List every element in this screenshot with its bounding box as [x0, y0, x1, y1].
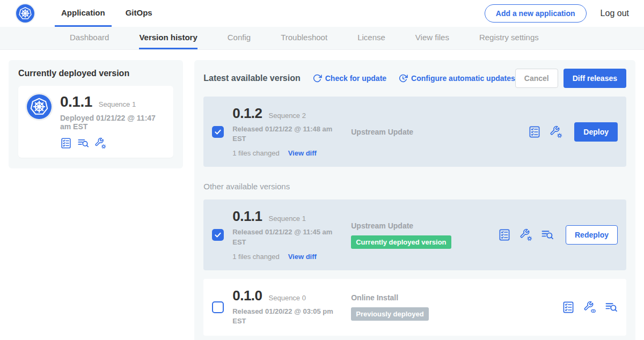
deployed-version-card: 0.1.1 Sequence 1 Deployed 01/21/22 @ 11:… [18, 86, 173, 158]
tab-view-files[interactable]: View files [415, 27, 449, 49]
wrench-gear-icon[interactable] [550, 125, 562, 138]
checkmark-icon [214, 128, 222, 136]
view-diff-link[interactable]: View diff [288, 149, 317, 157]
clock-refresh-icon [398, 73, 408, 83]
checklist-icon[interactable] [498, 228, 511, 241]
wrench-gear-icon[interactable] [94, 137, 106, 149]
available-versions-header: Latest available version Check for updat… [203, 69, 626, 88]
tab-version-history[interactable]: Version history [139, 27, 197, 49]
redeploy-button[interactable]: Redeploy [566, 225, 618, 245]
version-number: 0.1.1 [232, 209, 262, 223]
previously-deployed-badge: Previously deployed [351, 307, 428, 321]
deployed-timestamp: Deployed 01/21/22 @ 11:47 am EST [60, 114, 165, 131]
deployed-version-number: 0.1.1 [60, 94, 92, 109]
checkmark-icon [214, 231, 222, 239]
checklist-icon[interactable] [562, 301, 575, 314]
kubernetes-logo [16, 4, 34, 23]
version-checkbox[interactable] [212, 301, 224, 313]
top-nav: Application GitOps Add a new application… [0, 0, 644, 27]
deployed-version-details: 0.1.1 Sequence 1 Deployed 01/21/22 @ 11:… [60, 94, 165, 149]
app-sub-nav: Dashboard Version history Config Trouble… [0, 27, 644, 50]
file-search-icon[interactable] [541, 228, 554, 241]
file-search-icon[interactable] [605, 301, 618, 314]
configure-auto-updates-label: Configure automatic updates [411, 74, 515, 83]
view-diff-link[interactable]: View diff [288, 253, 317, 261]
source-label: Upstream Update [351, 221, 413, 230]
currently-deployed-panel: Currently deployed version 0.1.1 Sequenc… [9, 60, 183, 168]
version-info: 0.1.1 Sequence 1 Released 01/21/22 @ 11:… [232, 209, 342, 260]
refresh-icon [312, 73, 322, 83]
cancel-button[interactable]: Cancel [515, 69, 558, 88]
version-number: 0.1.2 [232, 106, 262, 120]
checklist-icon[interactable] [528, 125, 541, 138]
diff-releases-button[interactable]: Diff releases [564, 69, 626, 88]
currently-deployed-title: Currently deployed version [18, 69, 173, 78]
tab-dashboard[interactable]: Dashboard [70, 27, 109, 49]
check-for-update-link[interactable]: Check for update [312, 73, 386, 83]
version-source: Upstream Update Currently deployed versi… [351, 221, 491, 249]
checklist-icon[interactable] [60, 137, 72, 149]
tab-troubleshoot[interactable]: Troubleshoot [281, 27, 327, 49]
add-application-button[interactable]: Add a new application [485, 4, 587, 23]
deployed-sequence-label: Sequence 1 [99, 100, 136, 108]
version-source: Online Install Previously deployed [351, 293, 491, 321]
sequence-label: Sequence 0 [269, 294, 306, 302]
source-label: Online Install [351, 293, 398, 302]
main-content: Currently deployed version 0.1.1 Sequenc… [0, 50, 644, 340]
version-number: 0.1.0 [232, 289, 262, 302]
tab-config[interactable]: Config [228, 27, 251, 49]
files-changed-label: 1 files changed [232, 253, 279, 261]
wrench-gear-icon[interactable] [519, 228, 532, 241]
released-timestamp: Released 01/21/22 @ 11:48 am EST [232, 124, 337, 144]
currently-deployed-badge: Currently deployed version [351, 235, 451, 249]
latest-available-title: Latest available version [203, 73, 301, 83]
tab-gitops[interactable]: GitOps [119, 0, 159, 27]
version-info: 0.1.0 Sequence 0 Released 01/20/22 @ 03:… [232, 289, 342, 326]
kubernetes-logo [27, 94, 52, 119]
deploy-button[interactable]: Deploy [574, 122, 618, 142]
files-changed-label: 1 files changed [232, 149, 279, 157]
configure-auto-updates-link[interactable]: Configure automatic updates [398, 73, 515, 83]
version-checkbox[interactable] [212, 126, 224, 138]
released-timestamp: Released 01/20/22 @ 03:05 pm EST [232, 307, 337, 326]
source-label: Upstream Update [351, 128, 413, 136]
sequence-label: Sequence 1 [269, 215, 306, 223]
version-row-0-1-0: 0.1.0 Sequence 0 Released 01/20/22 @ 03:… [203, 279, 626, 336]
logout-button[interactable]: Log out [599, 6, 630, 20]
available-versions-panel: Latest available version Check for updat… [194, 60, 635, 340]
top-nav-tabs: Application GitOps [55, 0, 166, 27]
version-checkbox[interactable] [212, 229, 224, 241]
tab-registry-settings[interactable]: Registry settings [479, 27, 539, 49]
other-available-versions-title: Other available versions [203, 182, 626, 191]
wrench-eye-icon[interactable] [583, 301, 596, 314]
version-row-0-1-1: 0.1.1 Sequence 1 Released 01/21/22 @ 11:… [203, 199, 626, 270]
version-info: 0.1.2 Sequence 2 Released 01/21/22 @ 11:… [232, 106, 342, 157]
version-source: Upstream Update [351, 128, 491, 136]
tab-application[interactable]: Application [55, 0, 112, 27]
version-row-0-1-2: 0.1.2 Sequence 2 Released 01/21/22 @ 11:… [203, 97, 626, 167]
sequence-label: Sequence 2 [269, 112, 306, 120]
tab-license[interactable]: License [357, 27, 385, 49]
check-for-update-label: Check for update [325, 74, 386, 83]
released-timestamp: Released 01/21/22 @ 11:45 am EST [232, 227, 337, 247]
file-search-icon[interactable] [77, 137, 89, 149]
